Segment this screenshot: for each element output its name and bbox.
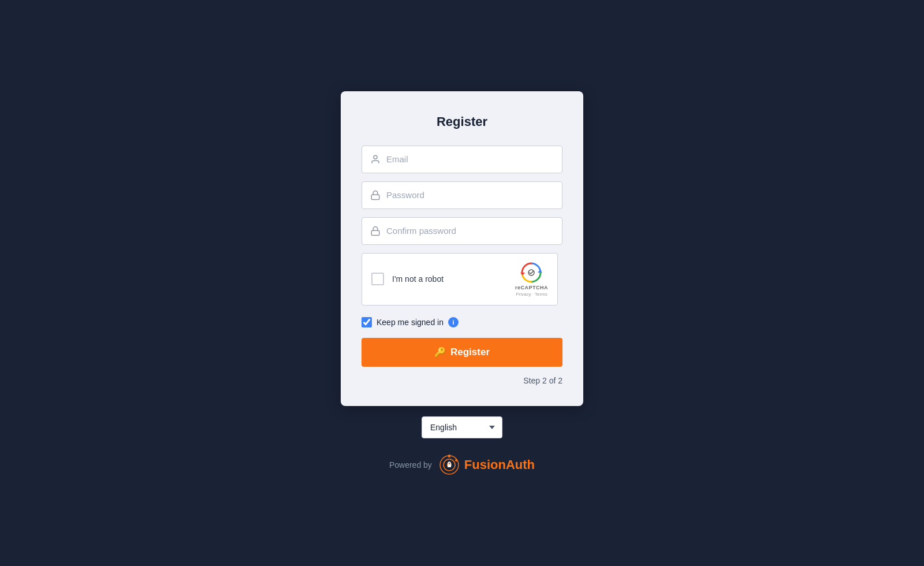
keep-signed-section: Keep me signed in i <box>362 317 562 327</box>
password-input-group <box>362 181 562 209</box>
svg-rect-2 <box>371 230 379 235</box>
powered-by-section: Powered by FusionAuth <box>389 455 535 475</box>
powered-by-label: Powered by <box>389 460 432 470</box>
captcha-left: I'm not a robot <box>371 273 444 285</box>
captcha-label: I'm not a robot <box>392 274 444 284</box>
page-wrapper: Register <box>341 91 583 475</box>
register-button-label: Register <box>450 347 490 358</box>
svg-marker-3 <box>538 270 542 273</box>
fusionauth-regular: Fusion <box>464 457 506 472</box>
fusionauth-icon <box>439 455 460 475</box>
step-indicator: Step 2 of 2 <box>362 376 562 385</box>
recaptcha-text: reCAPTCHA <box>515 285 548 291</box>
svg-rect-1 <box>371 195 379 199</box>
confirm-password-input-group <box>362 217 562 245</box>
register-button[interactable]: 🔑 Register <box>362 338 562 367</box>
captcha-links: Privacy · Terms <box>516 292 547 297</box>
svg-marker-4 <box>520 273 525 275</box>
svg-point-12 <box>448 455 450 457</box>
svg-point-0 <box>374 155 377 159</box>
card-title: Register <box>362 114 562 129</box>
user-icon <box>370 154 381 165</box>
email-field[interactable] <box>386 154 554 164</box>
confirm-password-field[interactable] <box>386 226 554 236</box>
captcha-checkbox[interactable] <box>371 273 384 285</box>
fusionauth-brand-name: FusionAuth <box>464 457 535 472</box>
fusionauth-bold: Auth <box>506 457 535 472</box>
captcha-right: reCAPTCHA Privacy · Terms <box>515 262 548 297</box>
svg-rect-13 <box>448 464 451 467</box>
keep-signed-label: Keep me signed in <box>377 318 444 327</box>
language-selector-wrapper: English French German Spanish <box>422 416 502 438</box>
language-selector[interactable]: English French German Spanish <box>422 417 502 438</box>
password-field[interactable] <box>386 190 554 200</box>
recaptcha-icon <box>520 262 542 284</box>
keep-signed-info-icon[interactable]: i <box>448 317 459 327</box>
confirm-lock-icon <box>370 226 381 236</box>
fusionauth-logo: FusionAuth <box>439 455 535 475</box>
key-icon: 🔑 <box>434 347 446 358</box>
recaptcha-widget[interactable]: I'm not a robot reCAPTCHA Privacy <box>362 253 558 306</box>
email-input-group <box>362 146 562 173</box>
lock-icon <box>370 190 381 200</box>
svg-point-10 <box>455 459 457 461</box>
registration-card: Register <box>341 91 583 406</box>
keep-signed-checkbox[interactable] <box>362 317 372 327</box>
